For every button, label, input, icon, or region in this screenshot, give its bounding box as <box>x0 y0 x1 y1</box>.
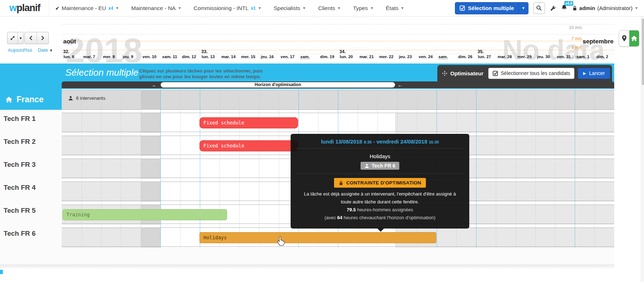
nav-item-maintenance-eu[interactable]: ✔Maintenance - EUx4▼ <box>49 5 125 11</box>
home-icon <box>5 96 13 103</box>
day-label: dim. 26 <box>458 55 473 59</box>
day-gridline <box>81 90 82 247</box>
day-label: lun. 20 <box>340 55 353 59</box>
user-role: (Administrator) <box>597 5 633 11</box>
date-scale[interactable]: 2018 No data 10 m/s 7 m/s 4 m/s 1 m/s ao… <box>62 17 614 64</box>
day-gridline <box>239 90 240 247</box>
week-number: 35. <box>478 49 484 54</box>
nav-item-maintenance-na[interactable]: Maintenance - NA▼ <box>125 5 188 11</box>
wind-gridline <box>62 34 614 34</box>
nav-item-clients[interactable]: Clients▼ <box>312 5 347 11</box>
group-header-france[interactable]: France <box>0 89 62 110</box>
launch-button[interactable]: ▶ Lancer <box>578 68 610 79</box>
select-all-candidates-button[interactable]: Sélectionner tous les candidats <box>488 68 575 79</box>
day-label: sam. <box>300 55 310 59</box>
week-number: 32. <box>63 49 69 54</box>
logo-prefix: w <box>9 3 17 13</box>
day-label: dim. 12 <box>182 55 196 59</box>
zoom-range-button[interactable]: ▼ <box>7 32 24 44</box>
day-label: dim. 2 <box>596 55 608 59</box>
lock-icon <box>572 5 577 11</box>
nav-item-tats[interactable]: États▼ <box>380 5 410 11</box>
tooltip-task-name: Holidays <box>370 153 390 159</box>
weekend-boundary-line <box>575 90 575 247</box>
day-gridline <box>594 90 595 247</box>
settings-wrench-button[interactable] <box>550 5 556 11</box>
vertical-scrollbar[interactable] <box>641 17 644 282</box>
scrollbar-thumb[interactable] <box>642 19 644 85</box>
nav-menu: ✔Maintenance - EUx4▼Maintenance - NA▼Com… <box>49 5 410 11</box>
day-label: dim. 19 <box>320 55 334 59</box>
day-gridline <box>555 90 555 247</box>
notifications-button[interactable]: v4.0 <box>561 4 567 12</box>
chevron-down-icon: ▼ <box>258 6 262 10</box>
check-icon: ✔ <box>55 5 60 11</box>
day-label: ven. 31 <box>557 55 571 59</box>
timeline-lanes[interactable]: 6 intervenants Fixed scheduleFixed sched… <box>62 89 614 248</box>
tooltip-assignee-badge: Tech FR 6 <box>361 162 399 170</box>
panel-bottom-fade <box>0 264 614 269</box>
multi-select-dropdown[interactable]: ▼ <box>518 3 528 14</box>
group-meta: 6 intervenants <box>68 95 105 101</box>
nav-item-commissioning-intl[interactable]: Commissioning - INTLx1▼ <box>188 5 268 11</box>
prev-button[interactable] <box>25 32 37 44</box>
schedule-panel: France Tech FR 1Tech FR 2Tech FR 3Tech F… <box>0 89 614 264</box>
wind-gridline <box>62 50 614 50</box>
day-label: mer. 22 <box>379 55 394 59</box>
group-shaded-column <box>141 90 161 110</box>
day-gridline <box>141 90 141 247</box>
task-bar-holidays[interactable]: Holidays <box>199 232 436 243</box>
map-home-buttons <box>619 30 639 47</box>
optimizer-menu[interactable]: Optimisateur <box>441 70 485 76</box>
launch-label: Lancer <box>589 70 605 76</box>
task-tooltip: lundi 13/08/2018 8:30 - vendredi 24/08/2… <box>291 134 469 229</box>
nav-item-specialists[interactable]: Specialists▼ <box>268 5 312 11</box>
day-label: lun. 13 <box>202 55 215 59</box>
timeline-nav-buttons <box>24 32 49 44</box>
wind-speed-label: 10 m/s <box>569 25 582 30</box>
next-button[interactable] <box>37 32 48 44</box>
date-link[interactable]: Date ▼ <box>38 47 53 53</box>
multi-select-button[interactable]: Sélection multiple ▼ <box>455 2 528 14</box>
task-bar-fixed-schedule[interactable]: Fixed schedule <box>199 117 298 128</box>
task-bar-training[interactable]: Training <box>62 209 227 220</box>
nav-item-types[interactable]: Types▼ <box>347 5 380 11</box>
week-number: 34. <box>339 49 345 54</box>
horizon-slider[interactable]: Horizon d'optimisation <box>161 82 395 88</box>
resize-diagonal-icon <box>10 36 15 41</box>
row-label-tech-fr-3: Tech FR 3 <box>4 161 36 169</box>
day-label: sam. <box>438 55 448 59</box>
app-logo[interactable]: wplanif <box>0 3 49 14</box>
mouse-cursor <box>276 235 286 246</box>
chevron-right-icon <box>41 36 44 41</box>
wplanif-app: wplanif ✔Maintenance - EUx4▼Maintenance … <box>0 0 644 282</box>
search-button[interactable] <box>533 3 545 14</box>
play-icon: ▶ <box>583 71 586 76</box>
optimizer-move-icon <box>442 71 447 76</box>
version-badge: v4.0 <box>564 1 573 6</box>
task-bar-fixed-schedule[interactable]: Fixed schedule <box>199 140 298 151</box>
user-name: admin <box>579 5 595 11</box>
chevron-down-icon: ▼ <box>302 6 306 10</box>
home-button[interactable] <box>629 30 639 46</box>
user-menu[interactable]: admin (Administrator) ▼ <box>572 5 638 11</box>
day-label: sam. 1 <box>577 55 589 59</box>
day-gridline <box>101 90 102 247</box>
day-gridline <box>220 90 220 247</box>
weekend-boundary-line <box>476 90 476 247</box>
map-pin-button[interactable] <box>619 30 629 46</box>
horizon-right-handle[interactable]: ← <box>398 81 403 88</box>
tooltip-date-range: lundi 13/08/2018 8:30 - vendredi 24/08/2… <box>321 138 439 145</box>
day-label: jeu. 9 <box>123 55 133 59</box>
multi-select-banner: Sélection multiple Cliquez sur plusieurs… <box>0 64 614 89</box>
tooltip-divider <box>296 148 464 149</box>
day-label: ven. 17 <box>281 55 295 59</box>
day-gridline <box>259 90 259 247</box>
horizon-left-handle[interactable]: → <box>151 81 156 88</box>
search-icon <box>536 5 542 11</box>
wind-gridline <box>62 54 614 54</box>
today-link[interactable]: Aujourd'hui <box>8 47 32 53</box>
chevron-down-icon: ▼ <box>116 6 119 10</box>
row-label-tech-fr-1: Tech FR 1 <box>4 115 36 123</box>
month-label-right: septembre <box>574 38 614 45</box>
